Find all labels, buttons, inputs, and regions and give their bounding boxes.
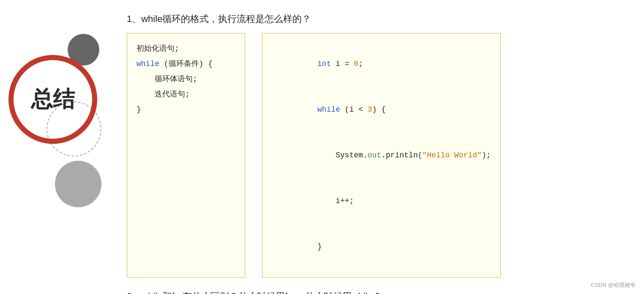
ex-line-4: i++; [272, 178, 491, 224]
red-circle: 总结 [8, 55, 97, 144]
main-content: 1、while循环的格式，执行流程是怎么样的？ 初始化语句; while (循环… [127, 8, 636, 294]
code-line-5: } [136, 102, 235, 117]
ex-line-1: int i = 0; [272, 41, 491, 87]
question-2: 2、while和for有什么区别？什么时候用for，什么时候用while？ [127, 290, 636, 294]
code-line-3: 循环体语句; [136, 71, 235, 87]
code-boxes-row: 初始化语句; while (循环条件) { 循环体语句; 迭代语句; } int… [127, 33, 636, 278]
code-box-example: int i = 0; while (i < 3) { System.out.pr… [262, 33, 501, 278]
page-container: 总结 1、while循环的格式，执行流程是怎么样的？ 初始化语句; while … [0, 0, 644, 294]
code-box-format: 初始化语句; while (循环条件) { 循环体语句; 迭代语句; } [127, 33, 245, 278]
ex-line-5: } [272, 224, 491, 269]
watermark: CSDN @哈喽姥爷 [591, 281, 636, 289]
code-line-2: while (循环条件) { [136, 56, 235, 71]
code-line-1: 初始化语句; [136, 41, 235, 56]
code-line-4: 迭代语句; [136, 87, 235, 102]
question-1: 1、while循环的格式，执行流程是怎么样的？ [127, 13, 636, 25]
summary-label: 总结 [31, 85, 75, 114]
light-gray-circle [55, 161, 101, 207]
ex-line-2: while (i < 3) { [272, 87, 491, 132]
ex-line-3: System.out.println("Hello World"); [272, 132, 491, 178]
decorative-area: 总结 [0, 0, 118, 294]
